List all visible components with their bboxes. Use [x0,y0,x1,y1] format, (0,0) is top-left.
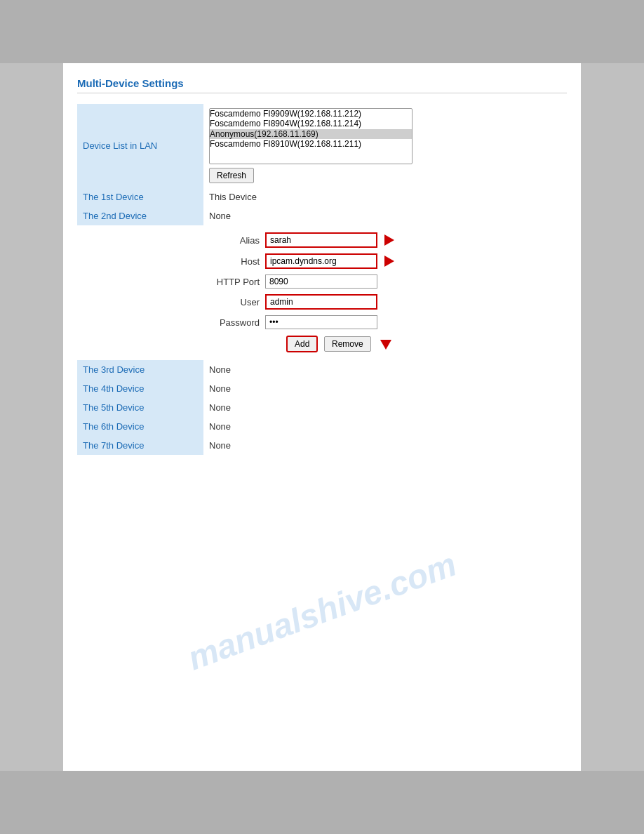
user-form-row: User [209,291,561,312]
user-input[interactable] [265,294,377,310]
second-device-none-text: None [209,211,231,221]
listbox-item-2[interactable]: Foscamdemo FI8904W(192.168.11.214) [210,119,412,128]
form-alias-empty [77,225,203,360]
host-arrow-right [384,256,394,267]
device-list-row: Device List in LAN Foscamdemo FI9909W(19… [77,104,567,187]
alias-arrow-right [384,234,394,246]
add-arrow-down [380,340,391,350]
second-device-label: The 2nd Device [77,206,203,225]
third-device-row: The 3rd Device None [77,360,567,379]
sixth-device-text: None [209,421,231,432]
listbox-item-4[interactable]: Foscamdemo FI8910W(192.168.11.211) [210,139,412,149]
http-port-label: HTTP Port [209,277,265,287]
alias-label: Alias [209,235,265,246]
fifth-device-value: None [203,398,567,417]
fifth-device-text: None [209,402,231,413]
second-device-value-cell: None [203,206,567,225]
add-button[interactable]: Add [286,336,318,352]
bottom-bar [0,771,644,834]
http-port-input[interactable] [265,274,377,289]
listbox-item-3[interactable]: Anonymous(192.168.11.169) [210,129,412,139]
http-port-form-row: HTTP Port [209,272,561,291]
fourth-device-row: The 4th Device None [77,379,567,398]
third-device-value: None [203,360,567,379]
device-listbox[interactable]: Foscamdemo FI9909W(192.168.11.212) Fosca… [209,108,412,164]
password-form-row: Password [209,312,561,332]
device-list-label: Device List in LAN [77,104,203,187]
watermark: manualshive.com [182,545,461,677]
device-list-value-cell: Foscamdemo FI9909W(192.168.11.212) Fosca… [203,104,567,187]
seventh-device-label: The 7th Device [77,436,203,455]
remove-button[interactable]: Remove [324,336,371,352]
settings-table: Device List in LAN Foscamdemo FI9909W(19… [77,104,567,455]
sixth-device-value: None [203,417,567,436]
password-label: Password [209,317,265,328]
host-input[interactable] [265,253,377,269]
seventh-device-text: None [209,440,231,451]
host-label: Host [209,256,265,267]
alias-form-row: Alias [209,230,561,251]
user-label: User [209,297,265,307]
first-device-value: This Device [203,187,567,206]
second-device-row: The 2nd Device None [77,206,567,225]
listbox-item-1[interactable]: Foscamdemo FI9909W(192.168.11.212) [210,109,412,119]
refresh-btn-area: Refresh [209,168,561,183]
password-input[interactable] [265,315,377,329]
form-alias-row: Alias Host HTTP Port User [77,225,567,360]
fourth-device-label: The 4th Device [77,379,203,398]
first-device-row: The 1st Device This Device [77,187,567,206]
first-device-text: This Device [209,192,257,202]
first-device-label: The 1st Device [77,187,203,206]
fourth-device-value: None [203,379,567,398]
third-device-label: The 3rd Device [77,360,203,379]
sixth-device-row: The 6th Device None [77,417,567,436]
fifth-device-label: The 5th Device [77,398,203,417]
host-form-row: Host [209,251,561,272]
panel-title: Multi-Device Settings [77,77,567,93]
seventh-device-value: None [203,436,567,455]
third-device-text: None [209,364,231,375]
form-section: Alias Host HTTP Port User [203,225,567,360]
alias-input[interactable] [265,232,377,248]
refresh-button[interactable]: Refresh [209,168,254,183]
top-bar [0,0,644,63]
main-content: Multi-Device Settings Device List in LAN… [63,63,581,771]
seventh-device-row: The 7th Device None [77,436,567,455]
add-remove-area: Add Remove [209,332,561,356]
fifth-device-row: The 5th Device None [77,398,567,417]
device-list-container: Foscamdemo FI9909W(192.168.11.212) Fosca… [209,108,561,164]
fourth-device-text: None [209,383,231,394]
sixth-device-label: The 6th Device [77,417,203,436]
